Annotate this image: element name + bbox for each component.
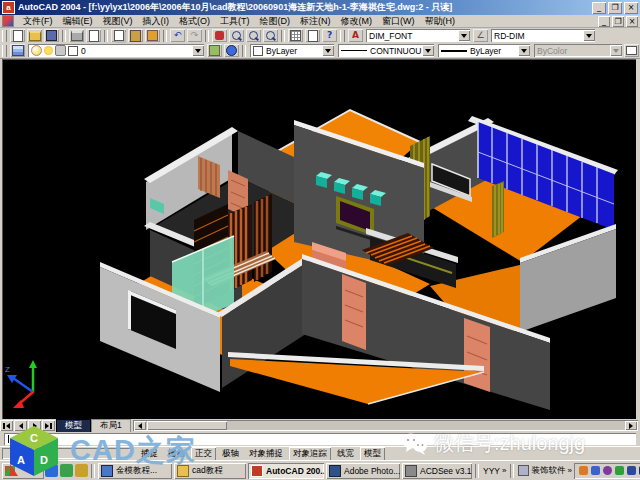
door-panel [464,318,490,392]
doc-close-button[interactable]: × [626,16,638,27]
tray-icon-1[interactable] [579,466,588,475]
chevron-icon[interactable]: » [502,466,506,475]
close-button[interactable]: × [624,2,638,14]
doc-minimize-button[interactable]: _ [598,16,610,27]
scroll-left-arrow[interactable] [134,421,146,430]
zoom-window-button[interactable] [246,29,261,42]
tab-next-button[interactable] [28,420,41,431]
scrollbar-thumb[interactable] [147,421,227,430]
toolbar-grip[interactable] [2,30,7,42]
menu-window[interactable]: 窗口(W) [377,15,420,28]
taskbar-band-yyy[interactable]: YYY» [481,466,508,476]
dropdown-arrow-icon[interactable] [192,45,204,56]
dropdown-arrow-icon[interactable] [322,45,334,56]
docked-toolbar-fragment[interactable] [624,44,639,57]
menu-modify[interactable]: 修改(M) [336,15,378,28]
layer-lock-icon[interactable] [55,45,66,56]
status-osnap-button[interactable]: 对象捕捉 [245,447,287,461]
color-combo[interactable]: ByLayer [250,44,334,57]
tray-icon-2[interactable] [591,466,600,475]
properties-button[interactable] [288,29,303,42]
taskbar-item-autocad[interactable]: AutoCAD 200... [248,463,324,479]
status-polar-button[interactable]: 极轴 [218,447,243,461]
tray-icon-5[interactable] [627,466,636,475]
autocad-window: a AutoCAD 2004 - [f:\yy\yx1\2006年\2006年1… [0,0,640,480]
tab-layout1[interactable]: 布局1 [91,419,131,432]
text-style-combo[interactable]: DIM_FONT [366,29,470,42]
status-snap-button[interactable]: 捕捉 [137,447,162,461]
quicklaunch-desktop-icon[interactable] [60,464,73,477]
status-otrack-button[interactable]: 对象追踪 [289,447,331,461]
plot-button[interactable] [69,29,84,42]
status-grid-button[interactable]: 栅格 [164,447,189,461]
linetype-combo[interactable]: CONTINUOUS [338,44,434,57]
menu-draw[interactable]: 绘图(D) [255,15,296,28]
new-button[interactable] [10,29,25,42]
layer-previous-button[interactable] [224,44,239,57]
restore-button[interactable]: ❐ [608,2,622,14]
taskbar-item-jinmo[interactable]: 金模教程... [98,463,172,479]
text-style-button[interactable]: A [348,29,363,42]
layer-combo[interactable]: 0 [28,44,204,57]
tab-last-button[interactable] [42,420,55,431]
status-model-button[interactable]: 模型 [360,447,385,461]
paste-button[interactable] [128,29,143,42]
designcenter-button[interactable] [305,29,320,42]
plot-preview-button[interactable] [86,29,101,42]
layer-on-bulb-icon[interactable] [31,45,42,56]
quicklaunch-ie-icon[interactable] [45,464,58,477]
copy-button[interactable] [111,29,126,42]
dropdown-arrow-icon[interactable] [583,30,595,41]
taskbar-item-photoshop[interactable]: Adobe Photo... [326,463,400,479]
doc-restore-button[interactable]: ❐ [612,16,624,27]
zoom-previous-button[interactable] [263,29,278,42]
tab-model[interactable]: 模型 [56,419,91,433]
dim-style-combo[interactable]: RD-DIM [491,29,595,42]
open-button[interactable] [27,29,42,42]
dropdown-arrow-icon[interactable] [518,45,530,56]
menu-dimension[interactable]: 标注(N) [295,15,336,28]
system-tray: 15:41 [574,463,640,479]
status-lineweight-button[interactable]: 线宽 [333,447,358,461]
quicklaunch-folder-icon[interactable] [75,464,88,477]
command-input[interactable] [4,433,636,445]
zoom-realtime-button[interactable] [229,29,244,42]
taskbar-band-decor[interactable]: 装饰软件» [516,465,573,477]
start-button[interactable] [2,463,44,479]
horizontal-scrollbar[interactable] [133,420,638,431]
menu-edit[interactable]: 编辑(E) [58,15,98,28]
layer-freeze-sun-icon[interactable] [44,46,53,55]
menu-file[interactable]: 文件(F) [18,15,58,28]
designcenter-icon [308,30,318,42]
dim-style-button[interactable]: ∠ [473,29,488,42]
save-button[interactable] [44,29,59,42]
tab-prev-button[interactable] [14,420,27,431]
pan-button[interactable] [212,29,227,42]
menu-view[interactable]: 视图(V) [98,15,138,28]
menu-format[interactable]: 格式(O) [174,15,215,28]
layer-manager-button[interactable] [10,44,25,57]
scroll-right-arrow[interactable] [625,421,637,430]
toolbar-grip[interactable] [340,30,345,42]
taskbar-item-cad-folder[interactable]: cad教程 [174,463,246,479]
taskbar-item-acdsee[interactable]: ACDSee v3.1... [402,463,472,479]
chevron-icon[interactable]: » [567,466,571,475]
undo-button[interactable]: ↶ [170,29,185,42]
lineweight-combo[interactable]: ByLayer [438,44,530,57]
menu-help[interactable]: 帮助(H) [420,15,461,28]
match-properties-button[interactable] [145,29,160,42]
dropdown-arrow-icon[interactable] [422,45,434,56]
redo-button[interactable]: ↷ [187,29,202,42]
status-ortho-button[interactable]: 正交 [191,447,216,461]
make-object-layer-current-button[interactable] [207,44,222,57]
help-button[interactable]: ? [322,29,337,42]
tray-icon-4[interactable] [615,466,624,475]
tray-icon-3[interactable] [603,466,612,475]
minimize-button[interactable]: _ [592,2,606,14]
dropdown-arrow-icon[interactable] [458,30,470,41]
menu-tools[interactable]: 工具(T) [215,15,255,28]
menu-insert[interactable]: 插入(I) [138,15,175,28]
drawing-canvas[interactable]: Z [2,59,636,419]
tab-first-button[interactable] [0,420,13,431]
toolbar-grip[interactable] [2,45,7,57]
